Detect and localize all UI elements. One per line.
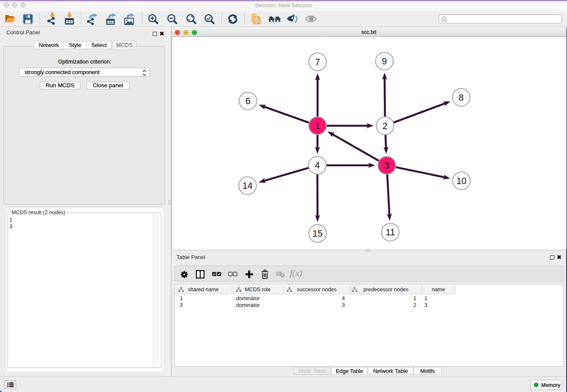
svg-text:2: 2: [383, 121, 388, 131]
svg-text:10: 10: [457, 176, 467, 186]
svg-text:7: 7: [315, 57, 320, 67]
svg-text:8: 8: [459, 93, 464, 103]
svg-text:14: 14: [242, 181, 253, 191]
svg-text:4: 4: [315, 160, 320, 171]
svg-text:6: 6: [245, 96, 250, 106]
svg-text:11: 11: [385, 227, 395, 237]
svg-text:15: 15: [313, 229, 323, 239]
svg-text:3: 3: [384, 160, 389, 171]
svg-text:9: 9: [382, 56, 387, 66]
svg-text:1: 1: [315, 121, 320, 131]
